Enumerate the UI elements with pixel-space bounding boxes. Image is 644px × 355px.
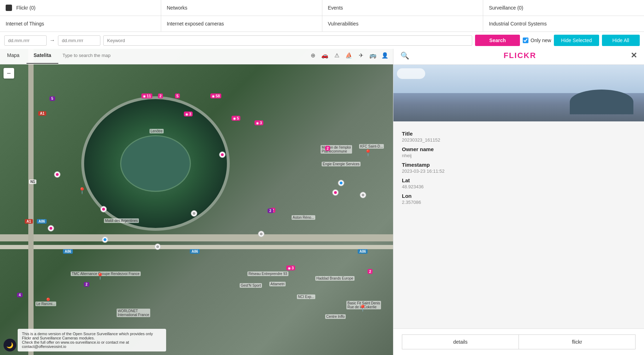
flickr-cluster-2d[interactable]: 2	[368, 269, 373, 274]
flickr-tab[interactable]: Flickr (0)	[0, 0, 161, 16]
timestamp-field-value: 2023-03-23 16:11:52	[402, 168, 636, 174]
demo-notice-line1: This is a demo version of the Open Sourc…	[22, 332, 162, 340]
dot-marker-6[interactable]	[100, 206, 107, 212]
lon-field-value: 2.357086	[402, 200, 636, 205]
tab-satelita[interactable]: Satelita	[27, 47, 58, 64]
dot-marker-3[interactable]	[338, 180, 344, 186]
ics-tab[interactable]: Industrial Control Systems	[483, 16, 644, 32]
road-n1: N1	[29, 179, 36, 184]
warning-icon[interactable]: ⚠	[332, 50, 342, 61]
place-worldnet: WORLDNETInternational France	[117, 309, 150, 317]
panel-header: 🔍 FLICKR ✕	[393, 47, 644, 65]
cameras-tab[interactable]: Internet exposed cameras	[161, 16, 322, 32]
panel-image	[393, 65, 644, 121]
networks-label: Networks	[167, 5, 187, 11]
events-tab[interactable]: Events	[322, 0, 484, 16]
dot-marker-9[interactable]	[102, 236, 108, 243]
yellow-pin-4[interactable]: 📍	[96, 273, 104, 280]
owner-field-label: Owner name	[402, 146, 636, 152]
vulnerabilities-tab[interactable]: Vulnerabilities	[322, 16, 484, 32]
person-icon[interactable]: 👤	[380, 50, 390, 61]
purple-cluster-2e[interactable]: 2	[268, 208, 273, 213]
boat-icon[interactable]: ⛵	[344, 50, 354, 61]
lat-field-value: 48.923436	[402, 184, 636, 189]
panel-buttons: details flickr	[393, 328, 644, 355]
green-pin-1[interactable]: 📍	[359, 304, 367, 312]
road-a86-3: A86	[190, 249, 200, 254]
surveillance-label: Surveillance (0)	[489, 5, 523, 11]
night-mode-toggle[interactable]: 🌙	[4, 339, 16, 351]
plane-icon[interactable]: ✈	[356, 50, 366, 61]
flickr-label: Flickr (0)	[16, 5, 35, 11]
place-centre: Centre Inffo	[325, 314, 346, 319]
search-button[interactable]: Search	[475, 35, 520, 46]
place-kfc: KFC Saint-D...	[359, 144, 384, 149]
hide-selected-button[interactable]: Hide Selected	[554, 35, 599, 46]
dot-marker-10[interactable]	[48, 225, 54, 231]
crosshair-icon[interactable]: ⊕	[308, 50, 318, 61]
flickr-cluster-5a[interactable]: 5	[175, 93, 180, 98]
purple-cluster-5[interactable]: 5	[49, 96, 55, 101]
title-field-value: 20230323_161152	[402, 137, 636, 143]
flickr-link-button[interactable]: flickr	[519, 334, 636, 349]
flickr-cluster-58[interactable]: ◉58	[210, 93, 221, 98]
zoom-out-panel-icon[interactable]: 🔍	[400, 51, 409, 60]
purple-cluster-4[interactable]: 4	[17, 293, 23, 297]
flickr-cluster-3b[interactable]: ◉3	[254, 120, 263, 125]
only-new-text: Only new	[531, 38, 551, 43]
car-icon[interactable]: 🚗	[320, 50, 330, 61]
place-nci: NCI Exp...	[297, 294, 315, 299]
place-aston: Aston Réno...	[292, 215, 315, 220]
date-to-input[interactable]	[58, 35, 100, 46]
purple-cluster-2f[interactable]: 2	[84, 282, 89, 287]
map-container: Mapa Satelita ⊕ 🚗 ⚠ ⛵ ✈ 🚌 👤 A1 N1 A1 A86	[0, 47, 393, 355]
keyword-input[interactable]	[103, 35, 472, 46]
timestamp-field-label: Timestamp	[402, 162, 636, 168]
dot-marker-5[interactable]	[360, 192, 366, 198]
flickr-cluster-11[interactable]: ◉11	[141, 93, 152, 98]
road-a1-mid: A1	[25, 219, 33, 224]
demo-notice-line2: Check the full offer on www.os-surveilla…	[22, 340, 162, 349]
iot-label: Internet of Things	[6, 21, 44, 27]
lat-field-label: Lat	[402, 177, 636, 183]
dot-marker-7[interactable]	[191, 210, 197, 217]
dot-marker-11[interactable]	[154, 244, 161, 250]
iot-tab[interactable]: Internet of Things	[0, 16, 161, 32]
map-search-input[interactable]	[58, 49, 305, 62]
only-new-label: Only new	[523, 38, 551, 43]
yellow-pin-2[interactable]: 📍	[364, 149, 372, 157]
title-field-label: Title	[402, 131, 636, 137]
road-a86-1: A86	[37, 219, 47, 224]
flickr-cluster-3a[interactable]: ◉3	[184, 111, 193, 116]
panel-title: FLICKR	[504, 51, 537, 60]
panel-close-button[interactable]: ✕	[631, 51, 637, 60]
place-haddad: Haddad Brands Europe	[315, 276, 355, 281]
yellow-pin-1[interactable]: 📍	[78, 187, 86, 195]
flickr-cluster-2c[interactable]: 2	[325, 146, 330, 151]
cameras-label: Internet exposed cameras	[167, 21, 224, 27]
flickr-cluster-3c[interactable]: ◉3	[286, 265, 295, 270]
zoom-out-button[interactable]: −	[4, 68, 14, 79]
arrow-icon: →	[49, 37, 55, 44]
ics-label: Industrial Control Systems	[489, 21, 546, 27]
events-label: Events	[328, 5, 343, 11]
networks-tab[interactable]: Networks	[161, 0, 322, 16]
flickr-cluster-5b[interactable]: ◉5	[232, 116, 240, 121]
only-new-checkbox[interactable]	[523, 38, 528, 43]
dot-marker-1[interactable]	[219, 151, 226, 158]
tab-mapa[interactable]: Mapa	[0, 47, 27, 64]
moon-icon: 🌙	[6, 342, 13, 349]
bus-icon[interactable]: 🚌	[368, 50, 378, 61]
yellow-pin-3[interactable]: 📍	[44, 297, 52, 305]
place-engie: Engie Energie Services	[322, 162, 361, 166]
dot-marker-2[interactable]	[54, 171, 60, 178]
dot-marker-4[interactable]	[332, 189, 339, 196]
details-button[interactable]: details	[402, 334, 519, 349]
flickr-icon	[6, 5, 12, 11]
dot-marker-8[interactable]	[258, 231, 264, 237]
hide-all-button[interactable]: Hide All	[602, 35, 640, 46]
road-a86-2: A86	[63, 249, 73, 254]
surveillance-tab[interactable]: Surveillance (0)	[483, 0, 644, 16]
date-from-input[interactable]	[4, 35, 47, 46]
flickr-cluster-2a[interactable]: 2	[158, 93, 163, 98]
